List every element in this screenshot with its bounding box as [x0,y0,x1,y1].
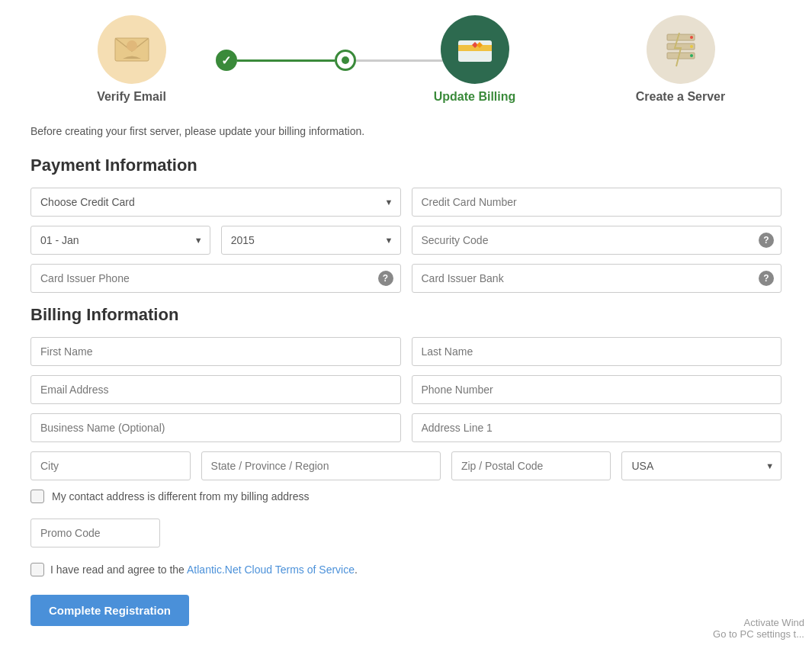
terms-suffix: . [355,563,358,576]
terms-row: I have read and agree to the Atlantic.Ne… [30,563,782,576]
last-name-group [412,337,782,366]
billing-row-1 [30,337,782,366]
card-issuer-phone-wrapper: ? [30,264,401,293]
billing-section: Billing Information [30,305,782,626]
steps-header: Verify Email ✓ [30,8,782,110]
expiry-year-wrapper: 2015 2016 2017 2018 2019 2020 [221,226,401,255]
credit-card-select[interactable]: Choose Credit Card Visa MasterCard Amex [30,188,401,217]
contact-address-row: My contact address is different from my … [30,490,782,503]
country-group: USA Canada UK Australia Other [621,451,782,480]
card-issuer-phone-help-icon[interactable]: ? [378,271,393,286]
billing-row-2 [30,375,782,404]
contact-address-label: My contact address is different from my … [52,490,309,502]
security-code-input[interactable] [412,226,782,255]
terms-prefix: I have read and agree to the [50,563,187,576]
business-name-input[interactable] [30,413,401,442]
progress-node-billing [335,50,356,71]
credit-card-number-group [412,188,782,217]
terms-checkbox[interactable] [30,563,44,576]
phone-group [412,375,782,404]
zip-input[interactable] [451,451,611,480]
email-input[interactable] [30,375,401,404]
step-update-billing: Update Billing [391,15,559,110]
state-group [201,451,441,480]
payment-row-1: Choose Credit Card Visa MasterCard Amex [30,188,782,217]
card-issuer-phone-input[interactable] [30,264,401,293]
step-create-server-label: Create a Server [636,90,725,104]
step-verify-email: Verify Email [48,15,216,110]
svg-point-9 [690,36,693,39]
complete-registration-button[interactable]: Complete Registration [30,595,189,626]
progress-node-email: ✓ [216,50,237,71]
security-code-wrapper: ? [412,226,782,255]
contact-address-checkbox[interactable] [30,490,44,503]
security-code-help-icon[interactable]: ? [759,233,774,248]
terms-text: I have read and agree to the Atlantic.Ne… [50,563,358,576]
payment-title: Payment Information [30,156,782,175]
state-input[interactable] [201,451,441,480]
billing-row-4: USA Canada UK Australia Other [30,451,782,480]
city-group [30,451,191,480]
check-icon: ✓ [221,53,231,68]
country-select-wrapper: USA Canada UK Australia Other [621,451,782,480]
expiry-year-select[interactable]: 2015 2016 2017 2018 2019 2020 [221,226,401,255]
payment-row-2: 01 - Jan 02 - Feb 03 - Mar 04 - Apr 05 -… [30,226,782,255]
city-input[interactable] [30,451,191,480]
first-name-group [30,337,401,366]
billing-row-3 [30,413,782,442]
terms-link[interactable]: Atlantic.Net Cloud Terms of Service [187,563,355,576]
card-issuer-bank-wrapper: ? [412,264,782,293]
country-select[interactable]: USA Canada UK Australia Other [621,451,782,480]
create-server-icon [647,15,715,84]
credit-card-number-input[interactable] [412,188,782,217]
payment-section: Payment Information Choose Credit Card V… [30,156,782,293]
card-issuer-bank-help-icon[interactable]: ? [759,271,774,286]
last-name-input[interactable] [412,337,782,366]
card-issuer-bank-input[interactable] [412,264,782,293]
address-line1-input[interactable] [412,413,782,442]
card-issuer-phone-group: ? [30,264,401,293]
billing-title: Billing Information [30,305,782,325]
address-line1-group [412,413,782,442]
expiry-group: 01 - Jan 02 - Feb 03 - Mar 04 - Apr 05 -… [30,226,401,255]
update-billing-icon [441,15,509,84]
step-verify-email-label: Verify Email [97,90,166,104]
svg-point-1 [127,40,137,51]
first-name-input[interactable] [30,337,401,366]
step-update-billing-label: Update Billing [434,90,516,104]
email-group [30,375,401,404]
card-issuer-bank-group: ? [412,264,782,293]
progress-line-1 [237,59,335,62]
business-name-group [30,413,401,442]
svg-point-10 [690,45,693,48]
step-create-server: Create a Server [597,15,765,110]
expiry-month-select[interactable]: 01 - Jan 02 - Feb 03 - Mar 04 - Apr 05 -… [30,226,210,255]
verify-email-icon [98,15,166,84]
credit-card-select-wrapper: Choose Credit Card Visa MasterCard Amex [30,188,401,217]
credit-card-type-group: Choose Credit Card Visa MasterCard Amex [30,188,401,217]
zip-group [451,451,611,480]
promo-code-input[interactable] [30,519,160,547]
intro-text: Before creating your first server, pleas… [30,125,782,137]
security-code-group: ? [412,226,782,255]
expiry-month-wrapper: 01 - Jan 02 - Feb 03 - Mar 04 - Apr 05 -… [30,226,210,255]
svg-point-11 [690,54,693,57]
payment-row-3: ? ? [30,264,782,293]
promo-row [30,519,782,547]
phone-input[interactable] [412,375,782,404]
